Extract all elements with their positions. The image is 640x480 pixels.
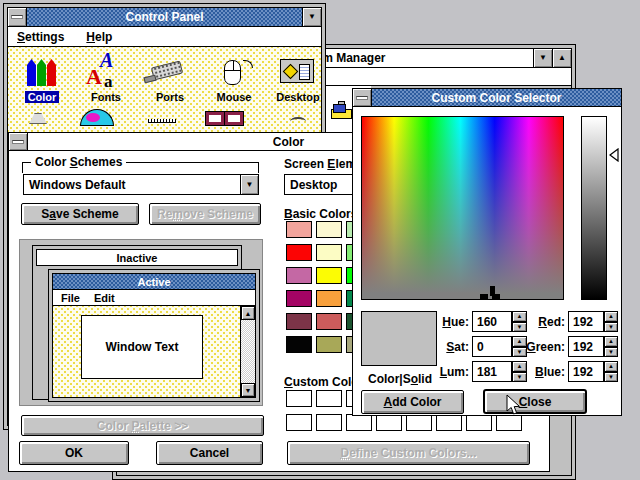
system-menu-icon	[12, 140, 24, 144]
color-swatch[interactable]	[316, 244, 342, 261]
color-swatch[interactable]	[286, 336, 312, 353]
color-swatch[interactable]	[286, 267, 312, 284]
sample-inactive-title: Inactive	[117, 252, 158, 264]
control-panel-title: Control Panel	[27, 8, 302, 26]
color-swatch[interactable]	[316, 313, 342, 330]
luminosity-bar[interactable]	[581, 116, 607, 300]
applet-label: Fonts	[88, 91, 124, 103]
green-field[interactable]: 192	[568, 336, 604, 357]
crayon-green	[37, 59, 46, 86]
frame-right	[225, 112, 243, 125]
scroll-down-button[interactable]: ▼	[241, 383, 255, 397]
sample-scrollbar[interactable]: ▲ ▼	[240, 306, 255, 397]
cpl-applet-color[interactable]: Color	[10, 54, 74, 104]
fonts-applet-icon: A A a	[86, 54, 126, 88]
menu-settings[interactable]: Settings	[17, 30, 64, 44]
applet-label: Ports	[153, 91, 187, 103]
green-spinner[interactable]: ▲▼	[604, 336, 618, 357]
color-swatch[interactable]	[376, 414, 402, 431]
save-scheme-button[interactable]: Save Scheme	[21, 203, 139, 225]
combo-dropdown-button[interactable]: ▼	[240, 175, 258, 194]
color-swatch[interactable]	[286, 221, 312, 238]
ccs-titlebar[interactable]: Custom Color Selector	[353, 89, 621, 107]
network-applet-icon-partial[interactable]	[206, 112, 244, 125]
frame-left	[206, 112, 224, 125]
color-swatch[interactable]	[286, 313, 312, 330]
applet-label-selected: Color	[25, 91, 60, 103]
chevron-down-icon: ▼	[246, 180, 254, 189]
ok-button[interactable]: OK	[19, 441, 129, 465]
minimize-button[interactable]: ▼	[533, 49, 552, 67]
color-swatch[interactable]	[346, 414, 372, 431]
luminosity-marker[interactable]	[609, 148, 619, 165]
blue-spinner[interactable]: ▲▼	[604, 361, 618, 382]
red-spinner[interactable]: ▲▼	[604, 311, 618, 332]
desktop-note	[283, 64, 299, 80]
color-swatch[interactable]	[286, 290, 312, 307]
close-button[interactable]: Close	[483, 389, 587, 414]
color-swatch[interactable]	[466, 414, 492, 431]
port-cable	[143, 75, 156, 84]
sound-applet-icon-partial[interactable]	[290, 117, 306, 126]
scroll-up-button[interactable]: ▲	[241, 306, 255, 320]
color-swatch[interactable]	[436, 414, 462, 431]
maximize-button[interactable]: ▲	[552, 49, 571, 67]
color-swatch[interactable]	[406, 414, 432, 431]
color-schemes-group-label: Color Schemes	[31, 155, 126, 169]
sample-window-background[interactable]: Window Text ▲ ▼	[52, 306, 256, 398]
color-scheme-combobox[interactable]: Windows Default ▼	[23, 174, 259, 195]
sample-menu-file[interactable]: File	[61, 292, 80, 304]
cpl-applet-fonts[interactable]: A A a Fonts	[74, 54, 138, 104]
color-field-marker-left	[480, 294, 488, 299]
mouse-button-divider	[233, 61, 234, 70]
applet-label: Desktop	[273, 91, 322, 103]
color-swatch[interactable]	[316, 290, 342, 307]
system-menu-button[interactable]	[8, 8, 27, 26]
arrow-up-icon: ▲	[245, 310, 252, 317]
red-field[interactable]: 192	[568, 311, 604, 332]
sample-window-text-box[interactable]: Window Text	[81, 315, 203, 379]
desktop-paper	[299, 64, 310, 80]
cancel-button[interactable]: Cancel	[156, 441, 263, 465]
add-color-button[interactable]: Add Color	[361, 390, 464, 414]
blue-field[interactable]: 192	[568, 361, 604, 382]
color-swatch[interactable]	[316, 221, 342, 238]
sample-menubar[interactable]: File Edit	[52, 290, 256, 306]
system-menu-button[interactable]	[9, 133, 28, 150]
lum-label: Lum:	[425, 365, 469, 379]
blue-label: Blue:	[517, 365, 565, 379]
cpl-applet-desktop[interactable]: Desktop	[266, 54, 330, 104]
sample-menu-edit[interactable]: Edit	[94, 292, 115, 304]
hue-field[interactable]: 160	[472, 311, 512, 332]
cpl-applet-mouse[interactable]: Mouse	[202, 54, 266, 104]
scheme-preview[interactable]: Inactive Active File Edit Window Text	[19, 239, 263, 406]
ports-applet-icon	[150, 54, 190, 88]
system-menu-icon	[356, 96, 368, 100]
group-icon[interactable]	[331, 102, 352, 119]
sample-active-titlebar[interactable]: Active	[52, 273, 256, 290]
control-panel-titlebar[interactable]: Control Panel ▼	[8, 8, 321, 27]
color-swatch[interactable]	[316, 267, 342, 284]
color-swatch[interactable]	[286, 244, 312, 261]
international-applet-icon-partial[interactable]	[80, 109, 114, 126]
color-swatch[interactable]	[316, 390, 342, 407]
font-letter-black: a	[104, 73, 113, 90]
hue-saturation-field[interactable]	[361, 116, 564, 300]
color-swatch[interactable]	[286, 390, 312, 407]
sample-inactive-titlebar[interactable]: Inactive	[36, 249, 238, 266]
sample-active-title: Active	[137, 276, 170, 288]
system-menu-button[interactable]	[353, 89, 372, 106]
printers-applet-icon-partial[interactable]	[24, 113, 52, 124]
color-swatch[interactable]	[286, 414, 312, 431]
keyboard-applet-icon-partial[interactable]	[148, 119, 176, 123]
sample-active-window[interactable]: Active File Edit Window Text ▲ ▼	[48, 269, 260, 402]
color-swatch[interactable]	[316, 336, 342, 353]
cpl-applet-ports[interactable]: Ports	[138, 54, 202, 104]
basic-colors-label: Basic Colors:	[284, 207, 361, 221]
minimize-button[interactable]: ▼	[302, 8, 321, 26]
minimize-icon: ▼	[539, 54, 547, 62]
lum-field[interactable]: 181	[472, 361, 512, 382]
sat-field[interactable]: 0	[472, 336, 512, 357]
color-swatch[interactable]	[316, 414, 342, 431]
menu-help[interactable]: Help	[86, 30, 112, 44]
